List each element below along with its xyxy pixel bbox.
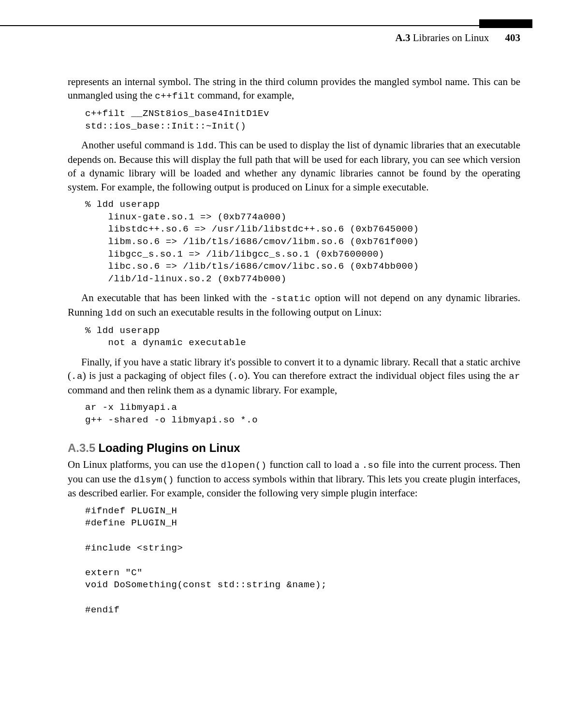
text: command and then relink them as a dynami… [68,384,337,396]
header-page-number: 403 [505,32,521,44]
section-heading: A.3.5Loading Plugins on Linux [68,440,520,456]
inline-code: .o [233,371,244,382]
inline-code: ar [509,371,520,382]
inline-code: dlsym() [134,475,174,485]
code-block-ldd-static: % ldd userapp not a dynamic executable [85,325,520,349]
paragraph-5: On Linux platforms, you can use the dlop… [68,458,520,500]
paragraph-3: An executable that has been linked with … [68,291,520,319]
inline-code: .a [71,371,83,382]
code-block-cxxfilt: c++filt __ZNSt8ios_base4InitD1Ev std::io… [85,108,520,132]
text: on such an executable results in the fol… [122,306,382,318]
section-number: A.3.5 [68,441,95,454]
text: function call to load a [267,459,362,470]
inline-code: .so [362,460,380,471]
code-block-plugin-header: #ifndef PLUGIN_H #define PLUGIN_H #inclu… [85,505,520,617]
text: An executable that has been linked with … [81,292,271,304]
text: ). You can therefore extract the individ… [244,370,509,381]
inline-code: dlopen() [221,460,267,471]
code-block-ar: ar -x libmyapi.a g++ -shared -o libmyapi… [85,402,520,426]
page-content: represents an internal symbol. The strin… [68,75,520,616]
text: Another useful command is [81,139,197,151]
header-section-title: Libraries on Linux [413,32,489,44]
header-rule [0,25,532,27]
inline-code: c++filt [155,91,195,102]
text: On Linux platforms, you can use the [68,459,221,470]
inline-code: -static [271,293,311,304]
text: ) is just a packaging of object files ( [83,370,233,381]
header-section-number: A.3 [396,32,411,44]
text: command, for example, [195,89,294,101]
running-head: A.3 Libraries on Linux 403 [396,32,520,44]
paragraph-1: represents an internal symbol. The strin… [68,75,520,103]
paragraph-2: Another useful command is ldd. This can … [68,138,520,194]
inline-code: ldd [197,141,214,151]
inline-code: ldd [105,308,123,319]
section-title: Loading Plugins on Linux [98,441,240,454]
code-block-ldd: % ldd userapp linux-gate.so.1 => (0xb774… [85,199,520,285]
paragraph-4: Finally, if you have a static library it… [68,355,520,397]
